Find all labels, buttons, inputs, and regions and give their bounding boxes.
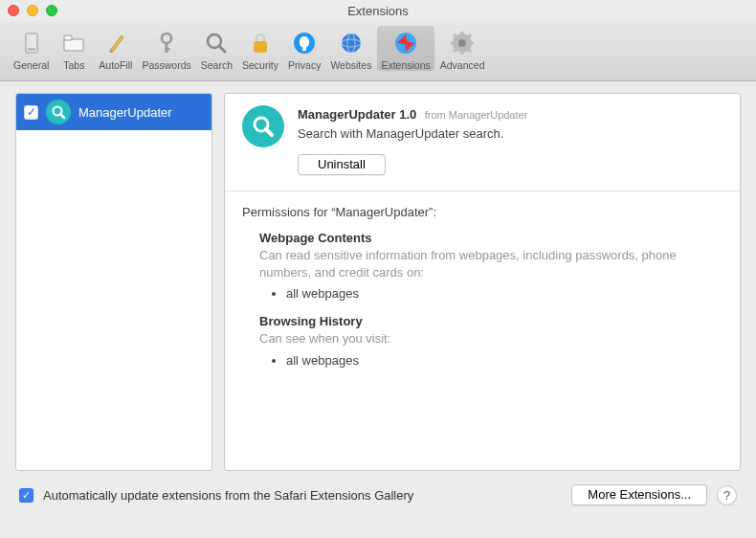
svg-point-17	[458, 39, 466, 47]
tab-passwords[interactable]: Passwords	[138, 26, 194, 71]
help-button[interactable]: ?	[717, 485, 737, 505]
extension-description: Search with ManagerUpdater search.	[298, 126, 723, 141]
svg-line-27	[60, 114, 64, 118]
tab-advanced[interactable]: Advanced	[436, 26, 489, 71]
autofill-icon	[100, 28, 131, 58]
search-icon	[201, 28, 232, 58]
extension-name: ManagerUpdater	[78, 105, 172, 120]
permissions-heading: Permissions for “ManagerUpdater”:	[242, 205, 723, 219]
permission-list: all webpages	[286, 353, 723, 368]
tab-extensions[interactable]: Extensions	[377, 26, 434, 71]
permission-section-desc: Can read sensitive information from webp…	[259, 247, 723, 280]
svg-rect-1	[28, 48, 35, 51]
tab-websites[interactable]: Websites	[326, 26, 375, 71]
svg-rect-9	[254, 41, 267, 53]
extension-icon-large	[242, 105, 284, 147]
window-title: Extensions	[0, 4, 756, 18]
passwords-icon	[151, 28, 182, 58]
extension-author: from ManagerUpdater	[425, 109, 528, 121]
permission-list: all webpages	[286, 286, 723, 301]
tab-security[interactable]: Security	[238, 26, 282, 71]
svg-line-25	[468, 34, 471, 37]
svg-rect-11	[302, 45, 306, 51]
window-controls	[8, 5, 57, 16]
svg-point-4	[162, 34, 171, 43]
divider	[225, 191, 740, 191]
extension-title: ManagerUpdater 1.0	[298, 107, 416, 122]
svg-line-23	[468, 49, 471, 52]
svg-line-8	[219, 46, 225, 52]
extension-enable-checkbox[interactable]: ✓	[24, 105, 38, 120]
permission-section-title: Browsing History	[259, 314, 723, 328]
svg-rect-2	[64, 39, 83, 51]
security-icon	[245, 28, 276, 58]
extensions-icon	[390, 28, 421, 58]
tab-search[interactable]: Search	[197, 26, 236, 71]
websites-icon	[336, 28, 367, 58]
extension-detail-pane: ManagerUpdater 1.0 from ManagerUpdater S…	[224, 93, 741, 471]
permission-section-title: Webpage Contents	[259, 231, 723, 245]
extension-list-item[interactable]: ✓ ManagerUpdater	[16, 94, 211, 130]
maximize-button[interactable]	[46, 5, 57, 16]
preferences-toolbar: General Tabs AutoFill Passwords Search S…	[0, 21, 756, 81]
tab-tabs[interactable]: Tabs	[55, 26, 93, 71]
auto-update-label: Automatically update extensions from the…	[43, 488, 562, 503]
extension-icon	[46, 100, 71, 124]
tabs-icon	[58, 28, 89, 58]
uninstall-button[interactable]: Uninstall	[298, 154, 386, 175]
auto-update-checkbox[interactable]: ✓	[19, 488, 33, 503]
advanced-icon	[447, 28, 478, 58]
minimize-button[interactable]	[27, 5, 38, 16]
permission-item: all webpages	[286, 353, 723, 368]
svg-line-22	[454, 34, 456, 37]
tab-autofill[interactable]: AutoFill	[95, 26, 136, 71]
general-icon	[16, 28, 47, 58]
more-extensions-button[interactable]: More Extensions...	[571, 484, 707, 505]
extensions-list: ✓ ManagerUpdater	[15, 93, 212, 471]
svg-point-12	[342, 34, 361, 53]
tab-general[interactable]: General	[10, 26, 53, 71]
permission-item: all webpages	[286, 286, 723, 301]
svg-rect-5	[166, 42, 168, 53]
privacy-icon	[289, 28, 320, 58]
permission-section-desc: Can see when you visit:	[259, 330, 723, 347]
close-button[interactable]	[8, 5, 19, 16]
tab-privacy[interactable]: Privacy	[284, 26, 324, 71]
footer: ✓ Automatically update extensions from t…	[15, 471, 741, 519]
svg-line-24	[454, 49, 456, 52]
svg-rect-3	[64, 35, 72, 40]
svg-line-29	[266, 129, 272, 135]
svg-rect-6	[166, 48, 170, 51]
titlebar: Extensions	[0, 0, 756, 21]
